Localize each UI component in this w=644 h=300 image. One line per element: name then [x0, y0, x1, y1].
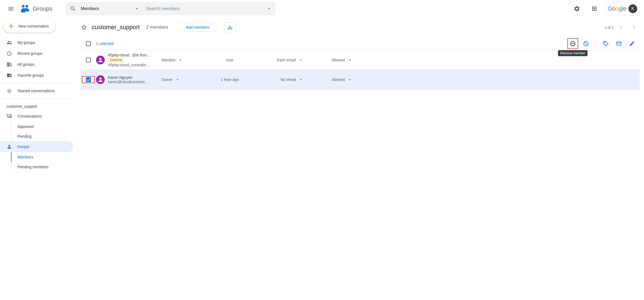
- google-logo-text: Google: [608, 5, 626, 12]
- search-button[interactable]: [65, 5, 81, 12]
- sidebar-item-approved[interactable]: Approved: [0, 122, 73, 131]
- external-badge: External: [108, 58, 124, 62]
- mail-icon: [616, 41, 622, 47]
- nav-label: Pending: [17, 134, 31, 139]
- member-email: 45php-cloud_consultin…: [108, 63, 162, 67]
- sidebar-item-conversations[interactable]: Conversations: [0, 111, 73, 122]
- sidebar-item-my-groups[interactable]: My groups: [0, 37, 73, 48]
- star-outline-icon[interactable]: [81, 24, 87, 31]
- search-type-label: Members: [81, 6, 130, 11]
- search-options-dropdown[interactable]: [263, 6, 276, 11]
- subscription-dropdown[interactable]: Each email: [254, 58, 303, 62]
- chevron-down-icon: [298, 77, 303, 82]
- chevron-down-icon: [178, 58, 183, 62]
- subscription-dropdown[interactable]: No email: [254, 77, 303, 82]
- svg-point-1: [25, 5, 28, 8]
- building-icon: [7, 62, 12, 67]
- role-value: Member: [162, 58, 175, 62]
- gear-icon: [574, 5, 580, 12]
- select-all-checkbox[interactable]: [86, 41, 91, 46]
- svg-point-14: [99, 77, 102, 80]
- row-checkbox[interactable]: [86, 77, 91, 82]
- sidebar-item-recent-groups[interactable]: Recent groups: [0, 48, 73, 59]
- subscription-value: Each email: [277, 58, 296, 62]
- nav-label: Approved: [17, 124, 34, 129]
- sidebar-item-members[interactable]: Members: [0, 152, 73, 162]
- svg-rect-6: [11, 26, 11, 26]
- label-button[interactable]: [600, 38, 611, 49]
- subscription-value: No email: [281, 77, 296, 82]
- sidebar-item-starred[interactable]: Starred conversations: [0, 85, 73, 96]
- svg-rect-5: [8, 26, 11, 26]
- new-conversation-label: New conversation: [19, 24, 49, 28]
- sidebar-item-favorite-groups[interactable]: Favorite groups: [0, 70, 73, 81]
- search-type-dropdown[interactable]: Members: [81, 6, 146, 11]
- email-button[interactable]: [613, 38, 624, 49]
- row-checkbox[interactable]: [86, 58, 91, 62]
- role-value: Owner: [162, 77, 173, 82]
- chevron-down-icon: [175, 77, 180, 82]
- chevron-down-icon: [347, 58, 352, 62]
- remove-circle-icon: [570, 41, 576, 47]
- posting-value: Allowed: [332, 58, 345, 62]
- svg-rect-2: [11, 24, 11, 26]
- role-dropdown[interactable]: Member: [162, 58, 205, 62]
- logo[interactable]: Groups: [20, 3, 52, 14]
- join-date: now: [205, 58, 254, 62]
- account-button[interactable]: Google K: [605, 2, 640, 15]
- settings-button[interactable]: [570, 2, 583, 15]
- nav-label: Conversations: [17, 114, 42, 118]
- svg-line-10: [584, 42, 588, 45]
- svg-point-13: [99, 58, 102, 60]
- pagination-text: 1 of 1: [604, 25, 613, 29]
- clock-icon: [7, 51, 12, 56]
- main-menu-button[interactable]: [4, 2, 17, 15]
- sidebar-item-all-groups[interactable]: All groups: [0, 59, 73, 70]
- pagination: 1 of 1: [604, 22, 640, 33]
- star-icon: [7, 88, 12, 94]
- sidebar-item-people[interactable]: People: [0, 141, 73, 152]
- next-page-button[interactable]: [629, 22, 640, 33]
- svg-point-0: [22, 5, 25, 8]
- posting-dropdown[interactable]: Allowed: [303, 58, 353, 62]
- nav-label: All groups: [17, 62, 34, 67]
- pencil-icon: [629, 41, 635, 47]
- nav-label: Starred conversations: [17, 89, 55, 93]
- sidebar: New conversation My groups Recent groups…: [0, 17, 76, 300]
- search-input[interactable]: [146, 6, 263, 11]
- member-avatar: [96, 56, 105, 64]
- sidebar-item-pending-members[interactable]: Pending members: [0, 162, 73, 172]
- svg-rect-4: [11, 26, 11, 29]
- member-row[interactable]: 45php-cloud...@in.fron…External45php-clo…: [81, 50, 640, 70]
- chevron-down-icon: [134, 6, 140, 11]
- logo-text: Groups: [33, 5, 52, 12]
- posting-value: Allowed: [332, 77, 345, 82]
- ban-member-button[interactable]: [580, 38, 591, 49]
- posting-dropdown[interactable]: Allowed: [303, 77, 353, 82]
- person-icon: [7, 144, 12, 149]
- nav-label: Favorite groups: [17, 73, 44, 77]
- member-name: Karen Nguyen: [108, 75, 162, 80]
- svg-rect-3: [11, 26, 13, 26]
- search-bar: Members: [65, 2, 276, 15]
- new-conversation-button[interactable]: New conversation: [3, 20, 55, 33]
- download-button[interactable]: [224, 22, 236, 32]
- apps-button[interactable]: [588, 2, 601, 15]
- page-header: customer_support 2 members Add members 1…: [81, 20, 640, 37]
- prev-page-button[interactable]: [616, 22, 627, 33]
- role-dropdown[interactable]: Owner: [162, 77, 205, 82]
- ban-icon: [583, 41, 589, 47]
- user-avatar: K: [628, 4, 637, 13]
- chat-icon: [7, 113, 12, 119]
- add-members-button[interactable]: Add members: [179, 23, 216, 32]
- sidebar-item-pending[interactable]: Pending: [0, 131, 73, 141]
- remove-member-button[interactable]: Remove member: [567, 38, 578, 49]
- toolbar-divider: [596, 40, 596, 47]
- selected-count: 1 selected: [96, 41, 114, 46]
- tooltip: Remove member: [558, 50, 588, 56]
- hamburger-icon: [8, 5, 14, 12]
- nav-label: People: [17, 145, 29, 149]
- edit-button[interactable]: [627, 38, 637, 49]
- member-row[interactable]: Karen Nguyenkaren@cloudcontentc… Owner 1…: [81, 70, 640, 89]
- member-count: 2 members: [146, 25, 168, 30]
